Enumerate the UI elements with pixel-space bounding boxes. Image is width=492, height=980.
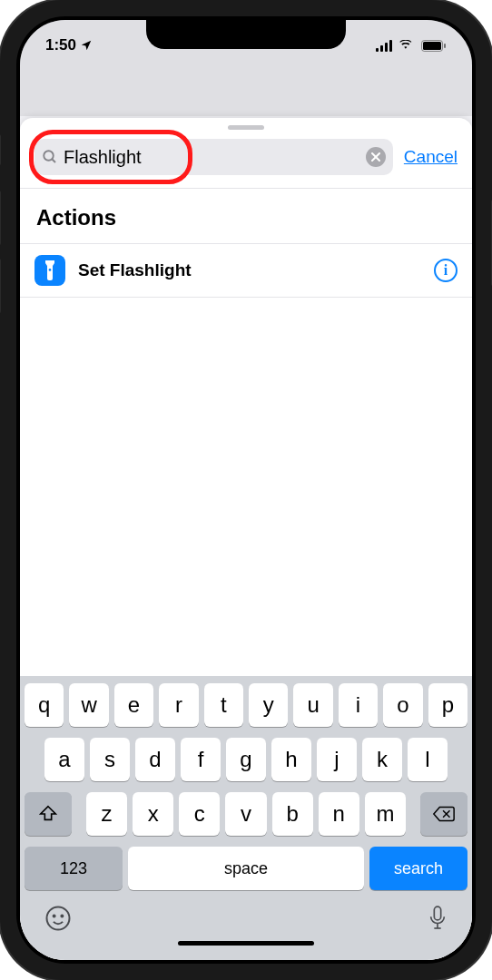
action-title: Set Flashlight — [78, 260, 421, 280]
keyboard-row-1: q w e r t y u i o p — [25, 683, 467, 727]
key-h[interactable]: h — [271, 738, 311, 781]
svg-rect-16 — [434, 906, 440, 920]
svg-rect-6 — [444, 44, 446, 48]
key-e[interactable]: e — [114, 683, 153, 727]
svg-point-7 — [44, 151, 54, 161]
key-y[interactable]: y — [249, 683, 288, 727]
key-k[interactable]: k — [362, 738, 402, 781]
shift-icon — [38, 804, 58, 824]
key-l[interactable]: l — [408, 738, 448, 781]
svg-line-8 — [52, 159, 55, 162]
svg-rect-3 — [389, 40, 392, 52]
keyboard-row-3: z x c v b n m — [25, 792, 467, 836]
dictation-button[interactable] — [428, 905, 448, 932]
cellular-icon — [376, 40, 394, 52]
key-o[interactable]: o — [383, 683, 422, 727]
key-g[interactable]: g — [226, 738, 266, 781]
backspace-key[interactable] — [420, 792, 467, 836]
emoji-icon — [44, 905, 72, 932]
key-x[interactable]: x — [133, 792, 173, 836]
key-c[interactable]: c — [179, 792, 220, 836]
shift-key[interactable] — [25, 792, 72, 836]
close-icon — [371, 152, 380, 162]
svg-point-15 — [61, 916, 63, 917]
flashlight-icon — [34, 255, 65, 286]
key-w[interactable]: w — [69, 683, 108, 727]
key-p[interactable]: p — [428, 683, 467, 727]
emoji-button[interactable] — [44, 905, 72, 932]
key-j[interactable]: j — [317, 738, 357, 781]
key-m[interactable]: m — [365, 792, 406, 836]
notch — [146, 20, 346, 49]
section-header-actions: Actions — [20, 189, 472, 243]
key-v[interactable]: v — [225, 792, 266, 836]
key-a[interactable]: a — [44, 738, 84, 781]
keyboard-row-4: 123 space search — [25, 847, 467, 890]
svg-point-14 — [54, 916, 55, 917]
cancel-button[interactable]: Cancel — [404, 147, 458, 167]
numeric-key[interactable]: 123 — [25, 847, 123, 890]
svg-rect-5 — [423, 42, 441, 50]
info-button[interactable]: i — [434, 259, 458, 282]
dimmed-background — [20, 64, 472, 116]
action-row-set-flashlight[interactable]: Set Flashlight i — [20, 244, 472, 297]
key-b[interactable]: b — [272, 792, 313, 836]
location-arrow-icon — [80, 39, 93, 52]
svg-rect-1 — [380, 45, 383, 52]
key-t[interactable]: t — [204, 683, 243, 727]
key-f[interactable]: f — [181, 738, 221, 781]
key-n[interactable]: n — [319, 792, 359, 836]
home-indicator[interactable] — [178, 941, 314, 946]
space-key[interactable]: space — [128, 847, 364, 890]
clear-search-button[interactable] — [366, 147, 386, 167]
action-search-sheet: Flashlight Cancel Actions Set Flashlight — [20, 118, 472, 960]
key-s[interactable]: s — [90, 738, 130, 781]
search-icon — [42, 149, 58, 165]
key-d[interactable]: d — [135, 738, 175, 781]
search-input[interactable]: Flashlight — [34, 139, 393, 175]
svg-point-13 — [47, 907, 70, 930]
key-r[interactable]: r — [159, 683, 198, 727]
key-i[interactable]: i — [339, 683, 378, 727]
mic-icon — [428, 905, 448, 932]
search-value: Flashlight — [64, 147, 360, 168]
battery-icon — [421, 40, 447, 52]
wifi-icon — [399, 40, 416, 52]
keyboard: q w e r t y u i o p a s d — [20, 676, 472, 960]
info-icon: i — [444, 262, 448, 279]
svg-rect-0 — [376, 48, 379, 52]
key-z[interactable]: z — [86, 792, 127, 836]
sheet-grabber[interactable] — [228, 125, 264, 130]
backspace-icon — [432, 805, 456, 823]
status-time: 1:50 — [45, 36, 76, 54]
key-u[interactable]: u — [293, 683, 332, 727]
keyboard-row-2: a s d f g h j k l — [25, 738, 467, 781]
key-q[interactable]: q — [25, 683, 64, 727]
search-key[interactable]: search — [369, 847, 467, 890]
action-list: Set Flashlight i — [20, 243, 472, 298]
svg-rect-2 — [385, 43, 388, 52]
